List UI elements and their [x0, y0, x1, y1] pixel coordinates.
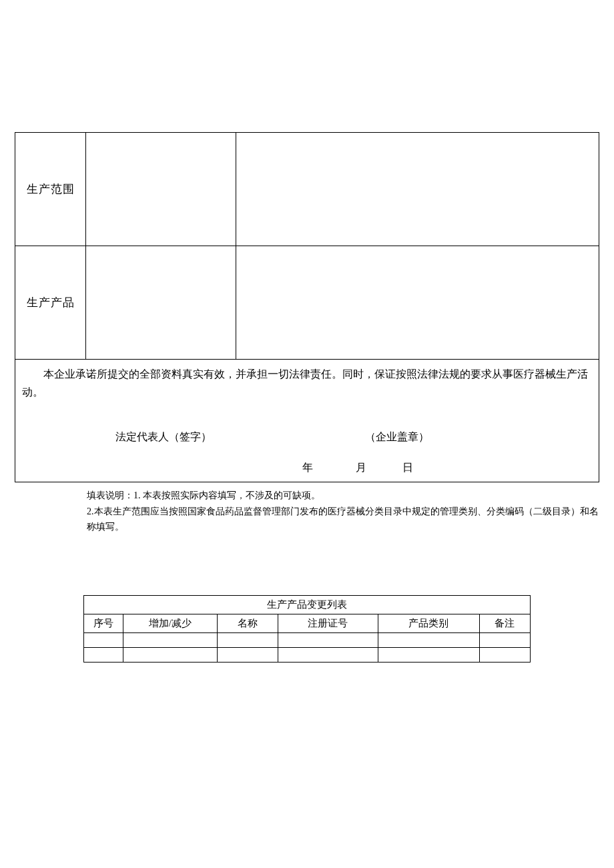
header-category: 产品类别: [378, 614, 479, 633]
cell-scope-col2[interactable]: [86, 133, 236, 246]
note-1: 填表说明：1. 本表按照实际内容填写，不涉及的可缺项。: [87, 488, 607, 504]
cell-product-col3[interactable]: [236, 246, 599, 360]
declaration-cell: 本企业承诺所提交的全部资料真实有效，并承担一切法律责任。同时，保证按照法律法规的…: [15, 360, 599, 482]
label-production-scope: 生产范围: [15, 133, 86, 246]
table-row: [84, 648, 531, 663]
date-day-label: 日: [402, 458, 414, 476]
declaration-text: 本企业承诺所提交的全部资料真实有效，并承担一切法律责任。同时，保证按照法律法规的…: [22, 365, 592, 401]
legal-rep-signature-label: 法定代表人（签字）: [115, 428, 212, 446]
header-inc-dec: 增加/减少: [123, 614, 217, 633]
cell-name[interactable]: [217, 648, 278, 663]
header-reg-no: 注册证号: [278, 614, 378, 633]
cell-remark[interactable]: [479, 633, 530, 648]
change-table-header-row: 序号 增加/减少 名称 注册证号 产品类别 备注: [84, 614, 531, 633]
row-declaration: 本企业承诺所提交的全部资料真实有效，并承担一切法律责任。同时，保证按照法律法规的…: [15, 360, 599, 482]
cell-seq[interactable]: [84, 633, 123, 648]
table-row: [84, 633, 531, 648]
header-seq: 序号: [84, 614, 123, 633]
change-table-title: 生产产品变更列表: [84, 596, 531, 614]
product-change-table: 生产产品变更列表 序号 增加/减少 名称 注册证号 产品类别 备注: [83, 595, 531, 663]
date-month-label: 月: [356, 458, 368, 476]
signature-row: 法定代表人（签字） （企业盖章）: [22, 428, 592, 446]
note-2: 2.本表生产范围应当按照国家食品药品监督管理部门发布的医疗器械分类目录中规定的管…: [87, 504, 607, 536]
form-notes: 填表说明：1. 本表按照实际内容填写，不涉及的可缺项。 2.本表生产范围应当按照…: [87, 488, 607, 535]
company-seal-label: （企业盖章）: [365, 428, 429, 446]
cell-inc-dec[interactable]: [123, 633, 217, 648]
header-remark: 备注: [479, 614, 530, 633]
row-production-product: 生产产品: [15, 246, 599, 360]
cell-category[interactable]: [378, 633, 479, 648]
label-production-product: 生产产品: [15, 246, 86, 360]
header-name: 名称: [217, 614, 278, 633]
cell-remark[interactable]: [479, 648, 530, 663]
cell-name[interactable]: [217, 633, 278, 648]
cell-scope-col3[interactable]: [236, 133, 599, 246]
main-form-table: 生产范围 生产产品 本企业承诺所提交的全部资料真实有效，并承担一切法律责任。同时…: [15, 132, 599, 482]
cell-category[interactable]: [378, 648, 479, 663]
cell-inc-dec[interactable]: [123, 648, 217, 663]
cell-seq[interactable]: [84, 648, 123, 663]
date-year-label: 年: [302, 458, 314, 476]
cell-reg-no[interactable]: [278, 633, 378, 648]
change-table-title-row: 生产产品变更列表: [84, 596, 531, 614]
row-production-scope: 生产范围: [15, 133, 599, 246]
cell-product-col2[interactable]: [86, 246, 236, 360]
date-row: 年 月 日: [22, 458, 592, 476]
cell-reg-no[interactable]: [278, 648, 378, 663]
